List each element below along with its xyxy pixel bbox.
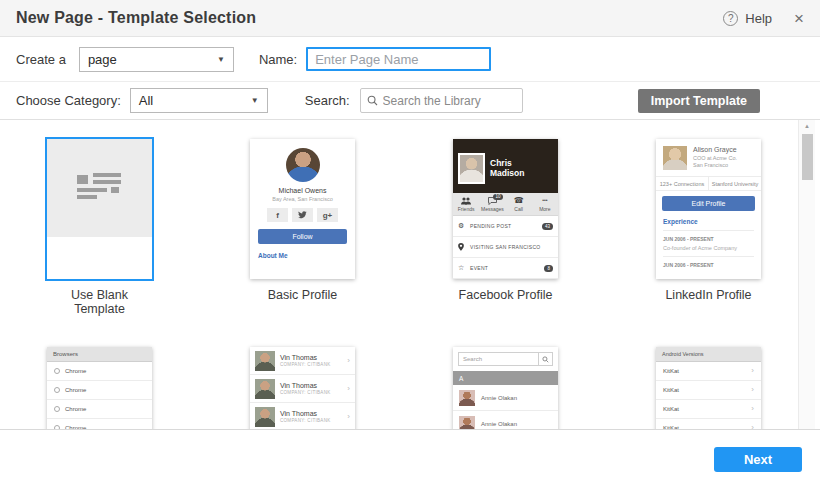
section-header: A [453,371,558,385]
radio-icon [54,425,60,430]
close-icon[interactable]: × [794,10,804,27]
template-caption: Facebook Profile [453,288,558,302]
template-linkedin-profile: Alison Grayce COO at Acme Co. San Franci… [656,139,761,316]
choose-category-label: Choose Category: [16,93,121,108]
list-item: Chrome [47,400,152,419]
avatar [459,390,475,406]
radio-icon [54,406,60,412]
social-row: f g+ [250,208,355,222]
about-me-link: About Me [258,252,347,259]
star-icon: ☆ [458,264,467,272]
create-row: Create a page ▼ Name: [0,37,820,82]
list-item: Annie Olakan [453,411,558,430]
chevron-down-icon: ▼ [251,96,259,105]
messages-badge: 10 [493,194,502,200]
profile-name: Alison Grayce [693,146,737,153]
profile-location: San Francisco [693,162,737,168]
dialog-header: New Page - Template Selection ? Help × [0,0,820,37]
template-card-browsers[interactable]: Browsers Chrome Chrome Chrome [47,347,152,430]
visiting-row: VISITING SAN FRANCISCO [453,237,558,258]
template-contacts: Vin Thomas COMPANY: CITIBANK › Vin Thoma… [250,347,355,430]
experience-role: Co-founder of Acme Company [663,245,754,257]
next-button[interactable]: Next [714,447,802,472]
template-blank: Use Blank Template [47,139,152,316]
row-badge: 43 [542,223,553,230]
avatar [663,146,687,170]
list-item: Annie Olakan [453,385,558,411]
list-item: KitKat › [656,419,761,430]
template-library: Use Blank Template Michael Owens Bay Are… [0,120,820,430]
googleplus-icon: g+ [317,208,338,222]
template-card-facebook-profile[interactable]: Chris Madison Friends 10 [453,139,558,279]
edit-profile-button: Edit Profile [662,196,755,211]
avatar [458,153,485,184]
connections-row: 123+ Connections Stanford University [656,176,761,191]
experience-date: JUN 2006 - PRESENT [663,262,754,268]
text-lines-icon [77,173,122,200]
list-item: Chrome [47,419,152,430]
template-card-basic-profile[interactable]: Michael Owens Bay Area, San Francisco f … [250,139,355,279]
chevron-right-icon: › [751,386,754,394]
profile-name: Michael Owens [250,187,355,194]
template-card-search-list[interactable]: Search A Annie Olakan Annie Olakan [453,347,558,430]
list-item: KitKat › [656,362,761,381]
chevron-right-icon: › [751,367,754,375]
template-caption: LinkedIn Profile [656,288,761,302]
call-tool: ☎ Call [506,193,532,215]
list-header: Browsers [47,347,152,362]
help-icon: ? [723,11,738,26]
chevron-right-icon: › [347,413,350,421]
library-search-input[interactable] [383,94,516,108]
scroll-up-icon[interactable]: ▲ [799,120,815,132]
template-android-versions: Android Versions KitKat › KitKat › KitKa… [656,347,761,430]
profile-role: COO at Acme Co. [693,155,737,161]
chevron-down-icon: ▼ [217,55,225,64]
friends-icon [461,196,471,205]
template-card-linkedin-profile[interactable]: Alison Grayce COO at Acme Co. San Franci… [656,139,761,279]
new-page-dialog: New Page - Template Selection ? Help × C… [0,0,820,484]
facebook-header: Chris Madison [453,139,558,193]
page-type-select[interactable]: page ▼ [79,47,234,72]
chevron-right-icon: › [347,385,350,393]
mini-search-box: Search [458,352,553,366]
phone-icon: ☎ [514,196,524,205]
page-name-input[interactable] [306,47,491,71]
school-cell: Stanford University [709,177,761,190]
category-value: All [139,93,153,108]
avatar [255,407,275,427]
template-basic-profile: Michael Owens Bay Area, San Francisco f … [250,139,355,316]
template-card-android-versions[interactable]: Android Versions KitKat › KitKat › KitKa… [656,347,761,430]
name-label: Name: [259,52,297,67]
scrollbar-thumb[interactable] [802,134,813,180]
import-template-button[interactable]: Import Template [638,89,760,113]
template-card-blank[interactable] [47,139,152,279]
list-item: Chrome [47,381,152,400]
template-caption: Basic Profile [250,288,355,302]
more-icon: ••• [542,196,547,205]
more-tool: ••• More [532,193,558,215]
twitter-icon [292,208,313,222]
category-select[interactable]: All ▼ [130,88,268,113]
gear-icon: ⚙ [458,222,467,230]
library-search-box[interactable] [360,88,523,113]
chevron-right-icon: › [347,357,350,365]
list-item: KitKat › [656,381,761,400]
event-row: ☆ EVENT 8 [453,258,558,279]
list-header: Android Versions [656,347,761,362]
experience-heading: Experience [663,218,754,231]
avatar [255,379,275,399]
profile-name: Chris Madison [490,158,524,178]
search-label: Search: [305,93,350,108]
chevron-right-icon: › [751,405,754,413]
help-label: Help [745,11,772,26]
template-card-contacts[interactable]: Vin Thomas COMPANY: CITIBANK › Vin Thoma… [250,347,355,430]
help-button[interactable]: ? Help [723,11,772,26]
friends-tool: Friends [453,193,479,215]
radio-icon [54,387,60,393]
scrollbar[interactable]: ▲ [798,120,815,430]
location-pin-icon [458,243,467,251]
template-browsers: Browsers Chrome Chrome Chrome [47,347,152,430]
chevron-right-icon: › [751,424,754,430]
dialog-title: New Page - Template Selection [16,9,256,27]
connections-cell: 123+ Connections [656,177,709,190]
